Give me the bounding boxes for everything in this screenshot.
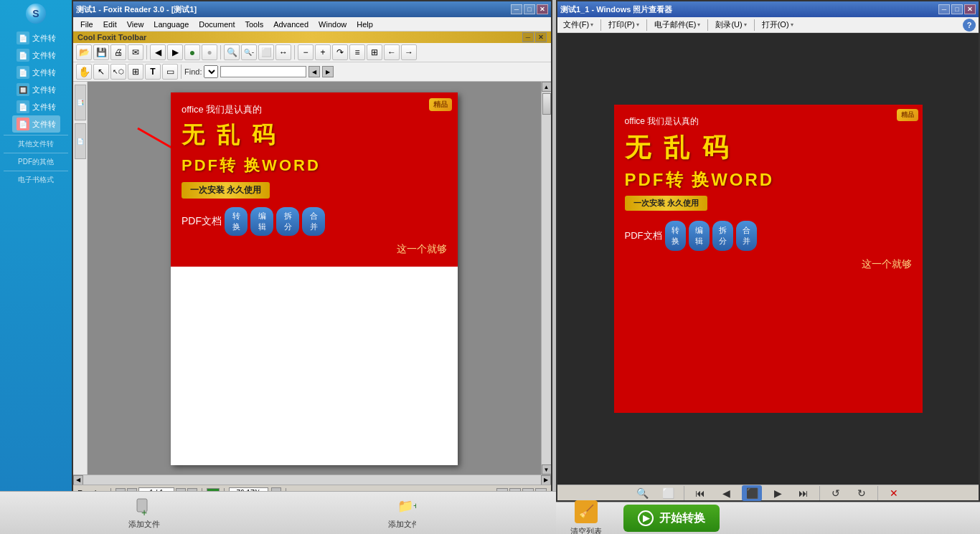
photo-slideshow-btn[interactable]: ⬛ [742, 485, 762, 501]
sidebar-item-1[interactable]: 📄 文件转 [12, 29, 60, 47]
photo-menu-print[interactable]: 打印(P) ▾ [606, 18, 642, 32]
photo-next-btn[interactable]: ⏭ [793, 485, 814, 501]
toolbar-next-btn[interactable]: ▶ [167, 44, 183, 60]
find-prev-btn[interactable]: ◀ [308, 66, 320, 77]
foxit-minimize-btn[interactable]: ─ [511, 4, 522, 14]
menu-advanced[interactable]: Advanced [269, 19, 313, 30]
foxit-hscrollbar[interactable]: ◀ ▶ [73, 475, 551, 485]
photo-minimize-btn[interactable]: ─ [938, 4, 950, 14]
pdf-icon-1: 📄 [17, 32, 29, 44]
pdf-jingpin-badge: 精品 [429, 98, 452, 111]
menu-file[interactable]: File [76, 19, 98, 30]
menu-language[interactable]: Language [149, 19, 193, 30]
photo-rotate-cw-btn[interactable]: ↻ [852, 485, 872, 501]
toolbar-zoom-plus[interactable]: + [315, 44, 331, 60]
hscrollbar-left-btn[interactable]: ◀ [73, 475, 83, 485]
toolbar-zoom-out-btn[interactable]: 🔍- [241, 44, 257, 60]
scrollbar-down-btn[interactable]: ▼ [542, 464, 552, 475]
photo-maximize-btn[interactable]: □ [951, 4, 963, 14]
sidebar-item-5[interactable]: 📄 文件转 [12, 98, 60, 115]
sidebar-item-2[interactable]: 📄 文件转 [12, 47, 60, 64]
menu-window[interactable]: Window [314, 19, 351, 30]
scrollbar-thumb[interactable] [542, 93, 551, 115]
toolbar-label-close[interactable]: ✕ [535, 32, 547, 42]
menu-tools[interactable]: Tools [240, 19, 268, 30]
add-file-btn[interactable]: + 添加文件 [128, 496, 160, 530]
toolbar-sep-3 [294, 45, 295, 59]
photo-fullscreen-btn[interactable]: ⬜ [658, 485, 678, 501]
start-convert-button[interactable]: ▶ 开始转换 [623, 505, 720, 532]
sidebar-section-3: 电子书格式 [14, 173, 58, 186]
scrollbar-track[interactable] [542, 92, 551, 464]
hscrollbar-right-btn[interactable]: ▶ [541, 475, 551, 485]
photo-menu-open-arrow: ▾ [791, 22, 793, 28]
toolbar-snapshot-btn[interactable]: ⊞ [128, 64, 143, 80]
foxit-maximize-btn[interactable]: □ [524, 4, 535, 14]
photo-feature-split: 拆分 [712, 221, 733, 251]
toolbar-extra1[interactable]: ≡ [349, 44, 365, 60]
photo-rotate-ccw-btn[interactable]: ↺ [826, 485, 846, 501]
hscrollbar-track[interactable] [83, 475, 541, 485]
photo-delete-btn[interactable]: ✕ [884, 485, 904, 501]
photo-menu-open[interactable]: 打开(O) ▾ [759, 18, 796, 32]
nav-tab-pages[interactable]: 📄 [75, 123, 86, 159]
nav-tab-bookmarks[interactable]: 📑 [75, 85, 86, 120]
find-options-select[interactable]: ▾ [204, 65, 218, 78]
toolbar-zoom-minus[interactable]: − [298, 44, 314, 60]
sidebar-item-label-5: 文件转 [32, 102, 56, 113]
sidebar-item-3[interactable]: 📄 文件转 [12, 64, 60, 81]
photo-image: 精品 office 我们是认真的 无 乱 码 PDF转 换WORD 一次安装 永… [614, 105, 923, 413]
sidebar-item-6[interactable]: 📄 文件转 [12, 115, 60, 133]
photo-prev-btn[interactable]: ⏮ [690, 485, 710, 501]
menu-edit[interactable]: Edit [99, 19, 121, 30]
photo-menu-burn[interactable]: 刻录(U) ▾ [712, 18, 749, 32]
toolbar-hand-btn[interactable]: ✋ [76, 64, 92, 80]
photo-content[interactable]: 精品 office 我们是认真的 无 乱 码 PDF转 换WORD 一次安装 永… [557, 33, 979, 485]
toolbar-email-btn[interactable]: ✉ [128, 44, 143, 60]
toolbar-save-btn[interactable]: 💾 [93, 44, 109, 60]
clear-list-btn[interactable]: 🧹 清空列表 [570, 500, 602, 535]
photo-sub-title: PDF转 换WORD [625, 168, 912, 191]
menu-help[interactable]: Help [352, 19, 377, 30]
photo-menu-file[interactable]: 文件(F) ▾ [560, 18, 596, 32]
toolbar-last-btn[interactable]: ● [202, 44, 217, 60]
photo-forward-btn[interactable]: ▶ [768, 485, 788, 501]
photo-search-btn[interactable]: 🔍 [632, 485, 652, 501]
find-next-btn[interactable]: ▶ [322, 66, 334, 77]
toolbar-select-btn[interactable]: ↖ [93, 64, 109, 80]
toolbar-zoom-in-btn[interactable]: 🔍 [224, 44, 240, 60]
foxit-content[interactable]: 精品 office 我们是认真的 无 乱 码 PDF转 换WORD 一次安装 永… [88, 82, 541, 475]
photo-back-btn[interactable]: ◀ [716, 485, 736, 501]
foxit-vscrollbar[interactable]: ▲ ▼ [541, 82, 551, 475]
photo-menu-sep-4 [754, 19, 755, 31]
toolbar-rotate-btn[interactable]: ↷ [332, 44, 348, 60]
foxit-close-btn[interactable]: ✕ [537, 4, 548, 14]
menu-view[interactable]: View [123, 19, 149, 30]
photo-sep-3 [877, 486, 878, 500]
photo-menu-email[interactable]: 电子邮件(E) ▾ [651, 18, 704, 32]
menu-document[interactable]: Document [194, 19, 239, 30]
toolbar-fit-page-btn[interactable]: ⬜ [258, 44, 274, 60]
add-file-label: 添加文件 [128, 519, 160, 530]
sidebar-item-label-6: 文件转 [32, 119, 56, 130]
toolbar-text-btn[interactable]: T [145, 64, 161, 80]
toolbar-extra4[interactable]: → [401, 44, 417, 60]
find-input[interactable] [220, 66, 306, 77]
toolbar-select2-btn[interactable]: ↖⬡ [110, 64, 126, 80]
photo-menu-email-label: 电子邮件(E) [654, 19, 697, 30]
toolbar-prev-btn[interactable]: ◀ [150, 44, 166, 60]
scrollbar-up-btn[interactable]: ▲ [542, 82, 552, 92]
toolbar-annot-btn[interactable]: ▭ [162, 64, 178, 80]
photo-close-btn[interactable]: ✕ [964, 4, 976, 14]
toolbar-label-minimize[interactable]: ─ [522, 32, 534, 42]
toolbar-first-btn[interactable]: ● [184, 44, 200, 60]
toolbar-fit-width-btn[interactable]: ↔ [275, 44, 291, 60]
toolbar-extra3[interactable]: ← [384, 44, 400, 60]
photo-help-btn[interactable]: ? [963, 19, 976, 32]
photo-sep-2 [819, 486, 820, 500]
toolbar-open-btn[interactable]: 📂 [76, 44, 92, 60]
toolbar-print-btn[interactable]: 🖨 [110, 44, 126, 60]
sidebar-item-4[interactable]: 🔲 文件转 [12, 81, 60, 98]
toolbar-extra2[interactable]: ⊞ [367, 44, 382, 60]
foxit-menubar: File Edit View Language Document Tools A… [73, 17, 551, 32]
